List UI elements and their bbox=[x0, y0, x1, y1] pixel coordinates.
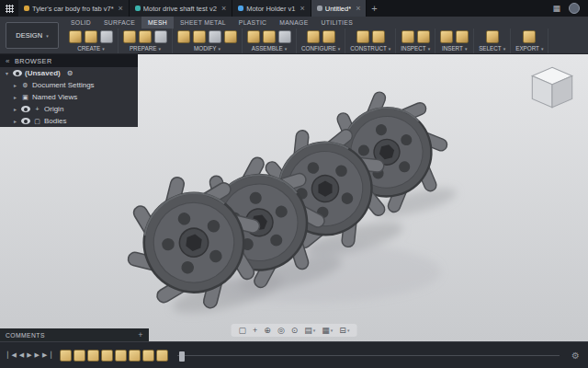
ribbon-tab-solid[interactable]: SOLID bbox=[64, 17, 97, 29]
inspect-tool-icon[interactable] bbox=[417, 30, 430, 43]
look-at-icon[interactable]: ⊙ bbox=[291, 326, 299, 335]
document-tab-motor-drive-shaft-test-v2[interactable]: Motor drive shaft test v2 × bbox=[130, 0, 232, 17]
select-tool-icon[interactable] bbox=[486, 30, 499, 43]
step-back-button[interactable]: ◀ bbox=[17, 351, 25, 359]
ribbon-group-inspect[interactable]: INSPECT ▾ bbox=[396, 29, 435, 53]
prepare-tool-icon[interactable] bbox=[123, 30, 136, 43]
ribbon-group-insert[interactable]: INSERT ▾ bbox=[435, 29, 474, 53]
ribbon-group-export[interactable]: EXPORT ▾ bbox=[511, 29, 548, 53]
tool-group-label[interactable]: ASSEMBLE ▾ bbox=[252, 45, 287, 52]
tool-group-label[interactable]: CREATE ▾ bbox=[77, 45, 105, 52]
ribbon-tab-manage[interactable]: MANAGE bbox=[273, 17, 314, 29]
ribbon-tab-mesh[interactable]: MESH bbox=[141, 17, 174, 29]
inspect-tool-icon[interactable] bbox=[401, 30, 414, 43]
browser-item-bodies[interactable]: ▸ ▢ Bodies bbox=[0, 115, 138, 127]
browser-item-origin[interactable]: ▸ + Origin bbox=[0, 103, 138, 115]
expand-caret-icon[interactable]: ▸ bbox=[12, 82, 18, 88]
ribbon-tab-surface[interactable]: SURFACE bbox=[97, 17, 141, 29]
view-cube[interactable] bbox=[524, 60, 581, 117]
timeline-feature-icon[interactable] bbox=[129, 350, 141, 362]
close-tab-icon[interactable]: × bbox=[221, 4, 226, 13]
display-settings-icon[interactable]: ▤▾ bbox=[304, 326, 315, 335]
expand-caret-icon[interactable]: ▸ bbox=[12, 106, 18, 112]
tool-group-label[interactable]: CONSTRUCT ▾ bbox=[350, 45, 390, 52]
timeline-marker[interactable] bbox=[179, 351, 185, 362]
tool-group-label[interactable]: CONFIGURE ▾ bbox=[301, 45, 340, 52]
timeline-feature-icon[interactable] bbox=[87, 350, 99, 362]
ribbon-group-prepare[interactable]: PREPARE ▾ bbox=[119, 29, 173, 53]
close-tab-icon[interactable]: × bbox=[356, 4, 360, 13]
data-panel-toggle[interactable] bbox=[0, 0, 18, 17]
assemble-tool-icon[interactable] bbox=[278, 30, 291, 43]
step-forward-button[interactable]: ▶ bbox=[33, 351, 40, 359]
assemble-tool-icon[interactable] bbox=[263, 30, 276, 43]
add-comment-button[interactable]: + bbox=[138, 330, 143, 339]
settings-gear-icon[interactable]: ⚙ bbox=[569, 351, 582, 361]
insert-tool-icon[interactable] bbox=[456, 30, 469, 43]
close-tab-icon[interactable]: × bbox=[300, 4, 305, 13]
user-avatar[interactable] bbox=[569, 3, 580, 14]
prepare-tool-icon[interactable] bbox=[139, 30, 152, 43]
expand-caret-icon[interactable]: ▸ bbox=[12, 94, 18, 100]
visibility-eye-icon[interactable] bbox=[21, 106, 30, 112]
construct-tool-icon[interactable] bbox=[356, 30, 369, 43]
modify-tool-icon[interactable] bbox=[177, 30, 190, 43]
model-viewport[interactable]: « BROWSER ▾ (Unsaved) ⚙ ▸ ⚙ Document Set… bbox=[0, 54, 588, 341]
fit-view-icon[interactable]: ▢ bbox=[239, 326, 247, 335]
timeline-feature-icon[interactable] bbox=[142, 350, 154, 362]
timeline-feature-icon[interactable] bbox=[60, 350, 72, 362]
extensions-icon[interactable]: ▦ bbox=[552, 4, 560, 13]
comments-bar[interactable]: COMMENTS + bbox=[0, 328, 149, 341]
modify-tool-icon[interactable] bbox=[209, 30, 221, 43]
assemble-tool-icon[interactable] bbox=[247, 30, 260, 43]
browser-item-unsaved[interactable]: ▾ (Unsaved) ⚙ bbox=[0, 67, 138, 79]
expand-caret-icon[interactable]: ▾ bbox=[4, 70, 10, 76]
ribbon-group-modify[interactable]: MODIFY ▾ bbox=[173, 29, 243, 53]
browser-item-named-views[interactable]: ▸ ▣ Named Views bbox=[0, 91, 138, 103]
ribbon-group-configure[interactable]: CONFIGURE ▾ bbox=[297, 29, 345, 53]
prepare-tool-icon[interactable] bbox=[154, 30, 167, 43]
gear-icon[interactable]: ⚙ bbox=[67, 69, 74, 77]
tool-group-label[interactable]: INSPECT ▾ bbox=[401, 45, 430, 52]
new-tab-button[interactable]: + bbox=[367, 0, 381, 17]
insert-tool-icon[interactable] bbox=[440, 30, 453, 43]
timeline-feature-icon[interactable] bbox=[74, 350, 85, 362]
orbit-icon[interactable]: ◎ bbox=[277, 326, 285, 335]
tool-group-label[interactable]: EXPORT ▾ bbox=[515, 45, 543, 52]
export-tool-icon[interactable] bbox=[523, 30, 536, 43]
pan-icon[interactable]: + bbox=[253, 326, 257, 335]
document-tab-tyler-s-car-body-fro-fab-v7[interactable]: Tyler's car body fro fab v7* × bbox=[18, 0, 130, 17]
tool-group-label[interactable]: INSERT ▾ bbox=[442, 45, 468, 52]
create-tool-icon[interactable] bbox=[85, 30, 97, 43]
go-to-end-button[interactable]: ▶▕ bbox=[40, 351, 52, 359]
ribbon-group-assemble[interactable]: ASSEMBLE ▾ bbox=[243, 29, 297, 53]
document-tab-untitled[interactable]: Untitled* × bbox=[311, 0, 368, 17]
ribbon-group-create[interactable]: CREATE ▾ bbox=[64, 29, 119, 53]
ribbon-tab-plastic[interactable]: PLASTIC bbox=[232, 17, 273, 29]
ribbon-tab-utilities[interactable]: UTILITIES bbox=[315, 17, 359, 29]
ribbon-group-construct[interactable]: CONSTRUCT ▾ bbox=[345, 29, 396, 53]
collapse-browser-icon[interactable]: « bbox=[6, 57, 10, 65]
browser-item-document-settings[interactable]: ▸ ⚙ Document Settings bbox=[0, 79, 138, 91]
configure-tool-icon[interactable] bbox=[307, 30, 320, 43]
construct-tool-icon[interactable] bbox=[372, 30, 385, 43]
timeline-track[interactable] bbox=[177, 355, 560, 356]
grid-settings-icon[interactable]: ▦▾ bbox=[322, 326, 333, 335]
tool-group-label[interactable]: MODIFY ▾ bbox=[194, 45, 220, 52]
tool-group-label[interactable]: SELECT ▾ bbox=[479, 45, 505, 52]
visibility-eye-icon[interactable] bbox=[21, 118, 30, 124]
workspace-switcher[interactable]: DESIGN ▾ bbox=[6, 22, 59, 49]
timeline-feature-icon[interactable] bbox=[101, 350, 113, 362]
modify-tool-icon[interactable] bbox=[193, 30, 206, 43]
go-to-start-button[interactable]: ▏◀ bbox=[6, 351, 17, 359]
timeline-feature-icon[interactable] bbox=[115, 350, 127, 362]
configure-tool-icon[interactable] bbox=[322, 30, 335, 43]
play-button[interactable]: ▶ bbox=[25, 351, 32, 359]
visibility-eye-icon[interactable] bbox=[13, 70, 22, 76]
create-tool-icon[interactable] bbox=[69, 30, 82, 43]
modify-tool-icon[interactable] bbox=[224, 30, 237, 43]
tool-group-label[interactable]: PREPARE ▾ bbox=[130, 45, 161, 52]
zoom-icon[interactable]: ⊕ bbox=[264, 326, 271, 335]
document-tab-motor-holder-v1[interactable]: Motor Holder v1 × bbox=[232, 0, 311, 17]
ribbon-tab-sheet-metal[interactable]: SHEET METAL bbox=[174, 17, 232, 29]
